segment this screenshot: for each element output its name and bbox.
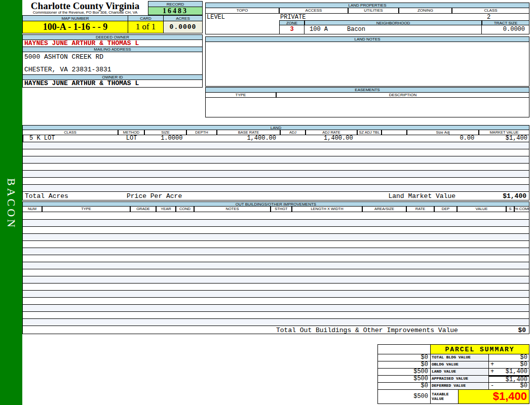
empty-row (23, 177, 529, 184)
land-properties-title: LAND PROPERTIES (205, 3, 529, 8)
map-card-acres-header: MAP NUMBER CARD ACRES (22, 15, 203, 21)
empty-row (23, 311, 529, 318)
empty-row (23, 262, 529, 269)
summary-row-taxable: $500 TAXABLE VALUE $1,400 (377, 390, 529, 404)
empty-row (23, 184, 529, 191)
summary-row-land: $500 LAND VALUE +$1,400 (377, 369, 529, 376)
col-s: S (506, 207, 514, 212)
col-market-value: MARKET VALUE (479, 130, 529, 135)
empty-row (23, 170, 529, 177)
row-label: DEFERRED VALUE (431, 383, 489, 390)
row-value: $0 (520, 361, 527, 368)
land-sz-adj-tbl (357, 135, 382, 142)
empty-row (23, 233, 529, 240)
col-pct-comp: % COMP (514, 207, 529, 212)
empty-row (23, 149, 529, 156)
land-data-row: 5 K LOT LOT 1.0000 1,400.00 1,400.00 0.0… (22, 135, 529, 142)
operator: - (490, 383, 494, 389)
zone-neighborhood-columns: ZONE NEIGHBORHOOD TRACT SIZE (279, 20, 529, 25)
record-value: 16483 (148, 7, 203, 15)
out-buildings-empty-rows (22, 212, 529, 326)
access-value: PRIVATE (280, 14, 306, 21)
empty-row (23, 297, 529, 304)
owner-id-value: HAYNES JUNE ARTHUR & THOMAS L (22, 80, 203, 88)
out-buildings-columns: NUM TYPE GRADE YEAR COND NOTES STHGT LEN… (22, 207, 529, 212)
col-base-rate: BASE RATE (217, 130, 280, 135)
land-notes-title: LAND NOTES (205, 36, 529, 42)
row-value: $0 (520, 354, 527, 360)
record-label: RECORD (148, 1, 203, 7)
sidebar-neighborhood-label: BACON (5, 178, 18, 230)
price-per-acre-label: Price Per Acre (127, 192, 182, 200)
col-num: NUM (22, 207, 42, 212)
row-label: OBLDG VALUE (431, 361, 489, 369)
parcel-summary-title: PARCEL SUMMARY (431, 344, 529, 354)
land-properties-values: LEVEL PRIVATE 2 (205, 14, 529, 20)
col-easement-type: TYPE (205, 93, 276, 98)
land-size: 1.0000 (145, 135, 187, 142)
land-class: 5 K LOT (23, 135, 119, 142)
empty-row (23, 269, 529, 276)
land-adj-rate: 1,400.00 (306, 135, 357, 142)
land-base-rate: 1,400.00 (217, 135, 280, 142)
empty-row (23, 163, 529, 170)
land-market-value-total: $1,400 (503, 192, 526, 200)
operator: + (490, 369, 494, 375)
mailing-address-box: 5000 ASHTON CREEK RD CHESTER, VA 23831-3… (22, 52, 203, 74)
empty-row (23, 283, 529, 290)
col-access: ACCESS (279, 8, 348, 14)
deeded-owner-value: HAYNES JUNE ARTHUR & THOMAS L (22, 40, 203, 47)
empty-row (23, 304, 529, 311)
empty-row (23, 219, 529, 226)
blank-cell (377, 344, 431, 354)
left-value: $0 (377, 354, 431, 361)
neighborhood-label: NEIGHBORHOOD (305, 20, 482, 25)
owner-id-label: OWNER ID (22, 74, 203, 80)
tract-size-label: TRACT SIZE (482, 20, 529, 25)
out-buildings-title: OUT BUILDINGS/OTHER IMPROVEMENTS (22, 201, 529, 207)
col-area-size: AREA/SIZE (362, 207, 406, 212)
taxable-value-label: TAXABLE VALUE (431, 390, 459, 404)
col-year: YEAR (156, 207, 176, 212)
easements-box (205, 98, 529, 117)
county-title: Charlotte County Virginia (22, 1, 148, 11)
acres-label: ACRES (164, 15, 203, 21)
operator: + (490, 361, 494, 368)
col-value: VALUE (457, 207, 506, 212)
empty-row (23, 255, 529, 262)
land-section-title: LAND (22, 125, 529, 130)
col-utilities: UTILITIES (348, 8, 399, 14)
col-rate: RATE (406, 207, 434, 212)
summary-row-appraised: $500 APPRAISED VALUE $1,400 (377, 376, 529, 383)
left-value: $0 (377, 383, 431, 390)
tract-size-value: 0.0000 (482, 25, 529, 34)
empty-row (23, 240, 529, 248)
land-market-value: $1,400 (478, 135, 529, 142)
col-adj-rate: ADJ RATE (306, 130, 357, 135)
left-value: $0 (377, 361, 431, 369)
row-label: APPRAISED VALUE (431, 376, 489, 383)
empty-row (23, 318, 529, 326)
col-size: SIZE (144, 130, 186, 135)
land-blank (382, 135, 407, 142)
row-value-cell: +$0 (489, 361, 529, 369)
col-length-width: LENGTH X WIDTH (292, 207, 362, 212)
land-columns: CLASS METHOD SIZE DEPTH BASE RATE ADJ AD… (22, 130, 529, 135)
total-acres-label: Total Acres (25, 192, 68, 200)
land-depth (186, 135, 217, 142)
row-value-cell: +$1,400 (489, 369, 529, 376)
left-value: $500 (377, 376, 431, 383)
neighborhood-code: 100 A (310, 26, 328, 33)
address-line-2: CHESTER, VA 23831-3831 (24, 66, 202, 73)
empty-row (23, 226, 529, 233)
row-value: $1,400 (506, 369, 527, 375)
out-buildings-totals-row: Total Out Buildings & Other Improvements… (22, 326, 529, 334)
county-subtitle: Commissioner of the Revenue, PO Box 308,… (22, 11, 148, 15)
address-line-1: 5000 ASHTON CREEK RD (24, 53, 202, 61)
land-notes-box (205, 42, 529, 87)
empty-row (23, 156, 529, 163)
row-value: $0 (520, 383, 527, 389)
empty-row (23, 276, 529, 283)
col-zoning: ZONING (399, 8, 452, 14)
col-notes: NOTES (194, 207, 271, 212)
